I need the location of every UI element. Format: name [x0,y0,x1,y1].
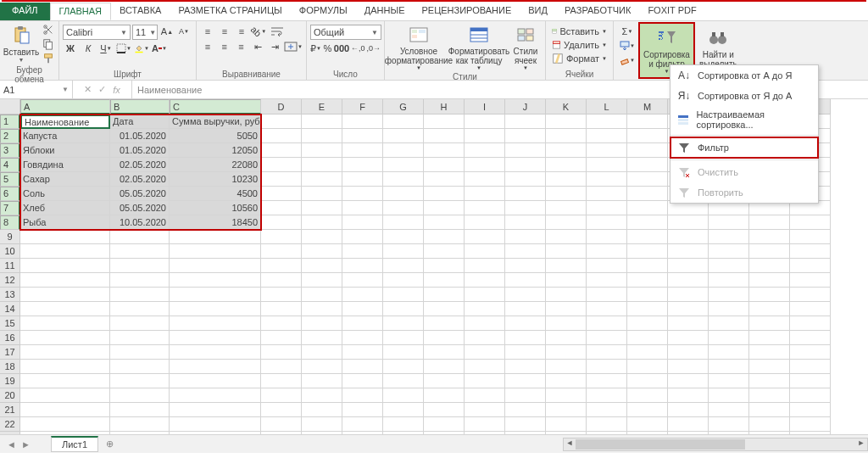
cell[interactable] [170,331,261,345]
cell[interactable] [465,302,505,316]
fill-color-button[interactable]: ▼ [134,42,149,55]
cell[interactable] [383,201,424,215]
cell[interactable] [261,143,302,158]
cell[interactable]: 10.05.2020 [110,215,170,230]
align-middle-button[interactable]: ≡ [217,25,232,38]
cell[interactable] [261,201,302,215]
cell[interactable] [261,129,302,143]
row-header[interactable]: 4 [0,158,20,172]
cell[interactable] [342,114,383,129]
row-header[interactable]: 13 [0,288,20,302]
cell[interactable] [505,374,546,388]
tab-главная[interactable]: ГЛАВНАЯ [50,3,111,20]
cell[interactable] [383,374,424,388]
cell[interactable] [790,374,831,388]
cell[interactable] [749,230,790,244]
underline-button[interactable]: Ч▼ [98,42,114,55]
cell[interactable] [505,360,546,374]
cell[interactable] [424,129,465,143]
cell[interactable] [546,388,587,403]
cell[interactable] [261,187,302,201]
cell[interactable] [342,215,383,230]
cell[interactable] [709,259,749,273]
cell[interactable] [790,316,831,331]
cell[interactable] [587,345,627,360]
cell[interactable] [110,288,170,302]
cell[interactable] [465,230,505,244]
row-header[interactable]: 21 [0,403,20,417]
cell[interactable] [465,345,505,360]
cell[interactable] [668,302,709,316]
cell[interactable] [261,374,302,388]
row-header[interactable]: 8 [0,215,20,230]
dec-decimal-button[interactable]: ,0→ [366,42,381,55]
col-header[interactable]: D [261,99,302,114]
cell[interactable] [383,172,424,187]
cell[interactable] [20,331,110,345]
cell[interactable] [170,417,261,432]
add-sheet-button[interactable]: ⊕ [102,437,117,452]
cell[interactable] [302,302,342,316]
indent-dec-button[interactable]: ⇤ [250,40,265,53]
cell[interactable] [261,345,302,360]
cell[interactable] [342,129,383,143]
cell[interactable] [587,244,627,259]
cell[interactable] [505,143,546,158]
col-header[interactable]: C [170,99,261,114]
cell[interactable] [170,374,261,388]
cell[interactable] [546,158,587,172]
cell[interactable] [587,417,627,432]
cell[interactable] [302,388,342,403]
cell[interactable] [465,273,505,288]
cell[interactable] [383,129,424,143]
cell[interactable] [383,215,424,230]
cell[interactable] [505,158,546,172]
cell[interactable] [170,288,261,302]
cell[interactable] [790,417,831,432]
cell[interactable] [110,316,170,331]
cell[interactable] [110,230,170,244]
cell[interactable] [302,143,342,158]
cell[interactable] [627,259,668,273]
cell[interactable] [342,230,383,244]
row-header[interactable]: 1 [0,114,20,129]
cell[interactable] [261,114,302,129]
col-header[interactable]: K [546,99,587,114]
shrink-font-button[interactable]: A▼ [176,25,192,38]
cell[interactable] [709,403,749,417]
cell[interactable] [465,143,505,158]
cell[interactable] [546,316,587,331]
cell[interactable] [170,273,261,288]
cell[interactable] [505,259,546,273]
row-header[interactable]: 5 [0,172,20,187]
cell[interactable] [587,331,627,345]
cell[interactable] [505,273,546,288]
cell[interactable] [424,259,465,273]
cell[interactable] [587,374,627,388]
cell[interactable] [790,230,831,244]
tab-вставка[interactable]: ВСТАВКА [111,3,170,20]
tab-формулы[interactable]: ФОРМУЛЫ [291,3,356,20]
cell[interactable] [383,273,424,288]
cell[interactable] [261,172,302,187]
cell[interactable] [261,230,302,244]
cell[interactable] [749,374,790,388]
cell[interactable] [587,230,627,244]
col-header[interactable]: B [110,99,170,114]
cell[interactable] [790,259,831,273]
col-header[interactable]: I [465,99,505,114]
horizontal-scrollbar[interactable]: ◄ ► [563,438,868,451]
cell[interactable] [424,374,465,388]
cell[interactable] [709,388,749,403]
cell[interactable] [668,288,709,302]
cell[interactable] [546,172,587,187]
cell[interactable] [790,273,831,288]
cell[interactable] [668,273,709,288]
cell[interactable] [505,187,546,201]
cell[interactable] [383,143,424,158]
cell[interactable] [465,129,505,143]
indent-inc-button[interactable]: ⇥ [267,40,282,53]
cell[interactable] [627,143,668,158]
cell[interactable] [749,403,790,417]
cell[interactable] [424,187,465,201]
